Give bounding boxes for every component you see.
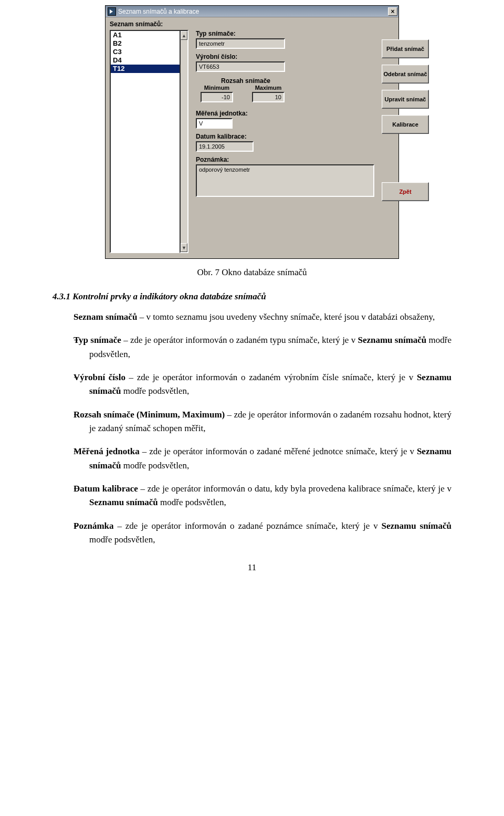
upravit-button[interactable]: Upravit snímač: [382, 90, 429, 109]
sensor-listbox[interactable]: A1B2C3D4T12: [110, 30, 188, 253]
close-button[interactable]: ×: [388, 7, 397, 16]
list-item[interactable]: C3: [111, 48, 187, 56]
zpet-button[interactable]: Zpět: [382, 182, 429, 201]
bullet-item: Datum kalibrace – zde je operátor inform…: [74, 482, 452, 510]
scroll-up-icon[interactable]: ▲: [181, 31, 187, 40]
min-label: Minimum: [196, 85, 238, 91]
bullet-item: Seznam snímačů – v tomto seznamu jsou uv…: [74, 310, 452, 324]
bullet-item: Měřená jednotka – zde je operátor inform…: [74, 445, 452, 473]
poznamka-input[interactable]: [196, 164, 374, 197]
list-item[interactable]: A1: [111, 31, 187, 39]
window-title: Seznam snímačů a kalibrace: [118, 8, 388, 15]
list-item[interactable]: T12: [111, 65, 187, 73]
dialog-window: Seznam snímačů a kalibrace × Seznam sním…: [105, 5, 399, 259]
typ-label: Typ snímače:: [196, 30, 374, 37]
bullet-list: Seznam snímačů – v tomto seznamu jsou uv…: [52, 310, 452, 547]
pridat-button[interactable]: Přidat snímač: [382, 39, 429, 58]
bullet-item: Rozsah snímače (Minimum, Maximum) – zde …: [74, 408, 452, 436]
vyrobni-label: Výrobní číslo:: [196, 53, 374, 60]
max-input[interactable]: [252, 92, 285, 102]
listbox-scrollbar[interactable]: ▲ ▼: [180, 30, 188, 253]
min-input[interactable]: [201, 92, 233, 102]
poznamka-label: Poznámka:: [196, 156, 374, 163]
scroll-down-icon[interactable]: ▼: [181, 243, 187, 252]
list-label: Seznam snímačů:: [110, 20, 394, 28]
jednotka-label: Měřená jednotka:: [196, 110, 374, 117]
max-label: Maximum: [247, 85, 289, 91]
bullet-item: Poznámka – zde je operátor informován o …: [74, 519, 452, 547]
figure-caption: Obr. 7 Okno databáze snímačů: [52, 267, 452, 278]
list-item[interactable]: B2: [111, 39, 187, 48]
list-item[interactable]: D4: [111, 56, 187, 65]
bullet-item: Výrobní číslo – zde je operátor informov…: [74, 371, 452, 399]
app-icon: [108, 7, 116, 16]
section-heading: 4.3.1 Kontrolní prvky a indikátory okna …: [52, 291, 452, 302]
typ-input[interactable]: [196, 38, 285, 49]
datum-input[interactable]: [196, 141, 254, 152]
jednotka-input[interactable]: [196, 118, 233, 129]
vyrobni-input[interactable]: [196, 61, 285, 72]
figure-window: Seznam snímačů a kalibrace × Seznam sním…: [52, 5, 452, 259]
kalibrace-button[interactable]: Kalibrace: [382, 115, 429, 134]
page-number: 11: [52, 562, 452, 573]
rozsah-label: Rozsah snímače: [196, 77, 296, 85]
datum-label: Datum kalibrace:: [196, 133, 374, 140]
titlebar: Seznam snímačů a kalibrace ×: [106, 6, 398, 17]
odebrat-button[interactable]: Odebrat snímač: [382, 65, 429, 83]
bullet-item: Typ snímače – zde je operátor informován…: [74, 333, 452, 361]
